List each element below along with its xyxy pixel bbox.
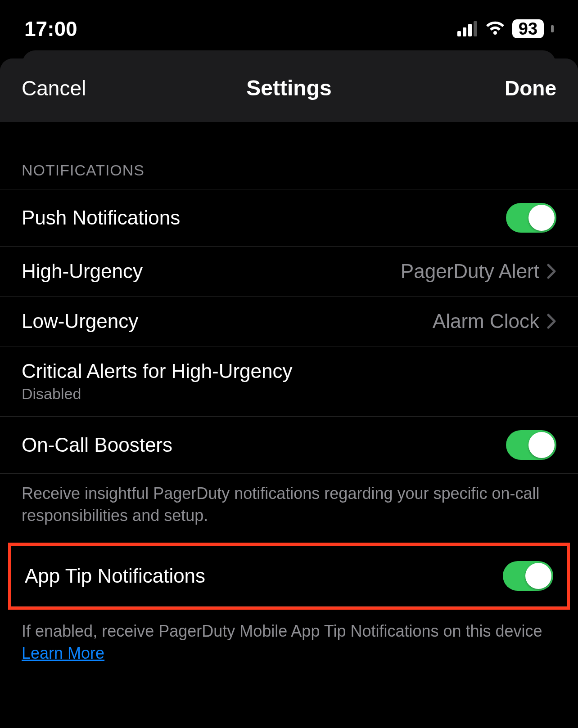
toggle-knob bbox=[525, 563, 551, 589]
row-label: On-Call Boosters bbox=[22, 434, 172, 456]
row-push-notifications[interactable]: Push Notifications bbox=[0, 189, 578, 246]
apptip-footer-text: If enabled, receive PagerDuty Mobile App… bbox=[22, 622, 542, 640]
chevron-right-icon bbox=[546, 313, 556, 329]
highlight-app-tip: App Tip Notifications bbox=[8, 543, 570, 610]
row-sublabel: Disabled bbox=[22, 385, 293, 403]
apptip-footer: If enabled, receive PagerDuty Mobile App… bbox=[0, 610, 578, 677]
svg-rect-0 bbox=[457, 31, 461, 36]
row-value: PagerDuty Alert bbox=[401, 260, 539, 283]
sheet-header: Cancel Settings Done bbox=[0, 58, 578, 122]
toggle-knob bbox=[528, 205, 555, 231]
row-value: Alarm Clock bbox=[433, 310, 539, 333]
settings-sheet: Cancel Settings Done NOTIFICATIONS Push … bbox=[0, 58, 578, 728]
section-header-notifications: NOTIFICATIONS bbox=[0, 122, 578, 189]
learn-more-link[interactable]: Learn More bbox=[22, 644, 104, 662]
svg-rect-1 bbox=[463, 27, 466, 36]
row-high-urgency[interactable]: High-Urgency PagerDuty Alert bbox=[0, 246, 578, 296]
status-time: 17:00 bbox=[24, 17, 77, 41]
status-bar: 17:00 93 bbox=[0, 0, 578, 49]
row-label: High-Urgency bbox=[22, 260, 143, 283]
boosters-footer: Receive insightful PagerDuty notificatio… bbox=[0, 473, 578, 539]
sheet-body: NOTIFICATIONS Push Notifications High-Ur… bbox=[0, 122, 578, 728]
wifi-icon bbox=[484, 21, 506, 36]
row-critical-alerts[interactable]: Critical Alerts for High-Urgency Disable… bbox=[0, 346, 578, 416]
toggle-knob bbox=[528, 432, 555, 458]
sheet-title: Settings bbox=[103, 76, 475, 100]
battery-badge: 93 bbox=[512, 19, 544, 38]
svg-rect-2 bbox=[468, 24, 472, 36]
svg-rect-3 bbox=[474, 21, 477, 36]
done-button[interactable]: Done bbox=[475, 76, 556, 100]
row-label: Low-Urgency bbox=[22, 310, 138, 333]
boosters-toggle[interactable] bbox=[506, 430, 556, 460]
push-toggle[interactable] bbox=[506, 203, 556, 233]
row-label: Push Notifications bbox=[22, 207, 180, 229]
chevron-right-icon bbox=[546, 263, 556, 279]
apptip-toggle[interactable] bbox=[503, 561, 553, 591]
cellular-icon bbox=[457, 21, 478, 36]
cancel-button[interactable]: Cancel bbox=[22, 76, 103, 100]
status-icons: 93 bbox=[457, 19, 554, 38]
row-label: App Tip Notifications bbox=[25, 565, 205, 587]
battery-tip-icon bbox=[551, 25, 554, 32]
row-oncall-boosters[interactable]: On-Call Boosters bbox=[0, 416, 578, 473]
row-app-tip[interactable]: App Tip Notifications bbox=[11, 546, 567, 607]
row-low-urgency[interactable]: Low-Urgency Alarm Clock bbox=[0, 296, 578, 346]
row-label: Critical Alerts for High-Urgency bbox=[22, 360, 293, 382]
